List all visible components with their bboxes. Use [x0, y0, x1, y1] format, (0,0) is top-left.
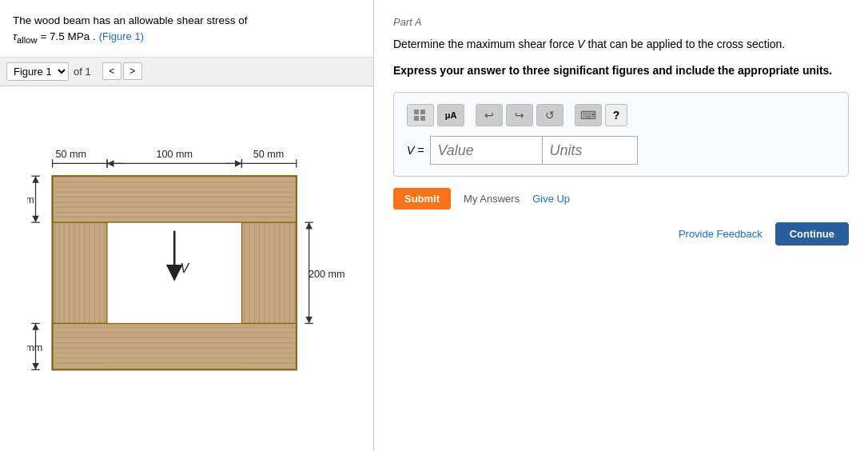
right-panel: Part A Determine the maximum shear force…	[374, 0, 868, 451]
svg-marker-54	[235, 160, 241, 166]
dim-50mm-bottom: 50 mm	[27, 342, 42, 353]
action-row: Submit My Answers Give Up	[393, 188, 849, 210]
svg-marker-61	[305, 222, 312, 229]
part-label: Part A	[393, 16, 849, 28]
bottom-row: Provide Feedback Continue	[393, 222, 849, 245]
redo-button[interactable]: ↪	[506, 104, 533, 126]
svg-marker-72	[32, 363, 38, 369]
continue-button[interactable]: Continue	[775, 222, 849, 245]
problem-text-line1: The wood beam has an allowable shear str…	[13, 14, 247, 26]
beam-diagram: V 50 mm 100 mm 50 mm	[27, 133, 347, 405]
units-input[interactable]	[542, 136, 638, 165]
provide-feedback-link[interactable]: Provide Feedback	[679, 228, 762, 240]
keyboard-button[interactable]: ⌨	[575, 104, 602, 126]
dim-50mm-top-left: 50 mm	[55, 149, 86, 160]
input-row: V =	[407, 136, 835, 165]
figure-of: of 1	[74, 66, 91, 78]
dim-50mm-left: 50 mm	[27, 194, 34, 206]
problem-text: The wood beam has an allowable shear str…	[0, 0, 373, 58]
svg-marker-67	[32, 216, 38, 222]
question-bold: Express your answer to three significant…	[393, 62, 849, 79]
submit-button[interactable]: Submit	[393, 188, 451, 210]
svg-marker-53	[107, 160, 113, 166]
figure-link[interactable]: (Figure 1)	[99, 30, 144, 42]
figure-nav: Figure 1 of 1 < >	[0, 58, 373, 86]
prev-figure-button[interactable]: <	[102, 62, 121, 80]
figure-area: V 50 mm 100 mm 50 mm	[0, 86, 373, 451]
my-answers-label: My Answers	[464, 193, 520, 205]
dim-200mm: 200 mm	[308, 268, 344, 279]
refresh-button[interactable]: ↺	[536, 104, 563, 126]
nav-buttons-group: < >	[102, 62, 142, 80]
mu-button[interactable]: μA	[437, 104, 464, 126]
dim-50mm-top-right: 50 mm	[253, 149, 284, 160]
svg-rect-24	[52, 176, 296, 222]
svg-rect-76	[420, 116, 425, 121]
next-figure-button[interactable]: >	[123, 62, 142, 80]
svg-marker-62	[305, 317, 312, 323]
svg-rect-74	[420, 110, 425, 114]
help-button[interactable]: ?	[605, 104, 627, 126]
v-equation-label: V =	[407, 144, 424, 157]
matrix-button[interactable]	[407, 104, 434, 126]
svg-marker-66	[32, 176, 38, 182]
svg-marker-71	[32, 323, 38, 329]
dim-100mm: 100 mm	[156, 149, 193, 160]
answer-box: μA ↩ ↪ ↺ ⌨ ? V =	[393, 92, 849, 177]
question-title: Determine the maximum shear force V that…	[393, 36, 849, 53]
v-label: V	[180, 261, 189, 275]
svg-rect-75	[414, 116, 419, 121]
value-input[interactable]	[430, 136, 542, 165]
toolbar: μA ↩ ↪ ↺ ⌨ ?	[407, 104, 835, 126]
give-up-link[interactable]: Give Up	[532, 193, 570, 205]
svg-rect-73	[414, 110, 419, 114]
left-panel: The wood beam has an allowable shear str…	[0, 0, 374, 451]
figure-select[interactable]: Figure 1	[6, 62, 69, 81]
undo-button[interactable]: ↩	[476, 104, 503, 126]
tau-label: τallow = 7.5 MPa .	[13, 30, 96, 42]
